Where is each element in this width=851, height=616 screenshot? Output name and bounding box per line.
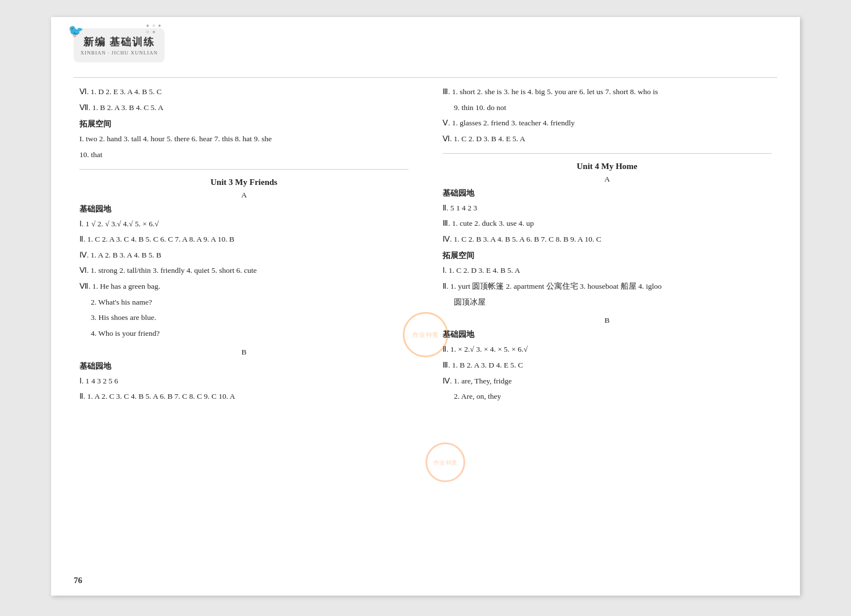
i-line1: I. two 2. hand 3. tall 4. hour 5. there …: [79, 132, 408, 146]
roman6-answer: Ⅵ. 1. D 2. E 3. A 4. B 5. C: [79, 85, 408, 99]
top-divider: [74, 77, 777, 78]
i-line2: 10. that: [79, 147, 408, 162]
iii-line: Ⅲ. 1. short 2. she is 3. he is 4. big 5.…: [443, 85, 772, 99]
jichu-label-unit3: 基础园地: [79, 204, 408, 214]
iv-unit4b: Ⅳ. 1. are, They, fridge: [443, 374, 772, 389]
header: 🐦 ✦ ✧ ✦✧ ✦ 新编 基础训练 XINBIAN · JICHU XUNLI…: [74, 28, 777, 67]
vii-unit3-1: Ⅶ. 1. He has a green bag.: [79, 279, 408, 294]
content-columns: Ⅵ. 1. D 2. E 3. A 4. B 5. C Ⅶ. 1. B 2. A…: [74, 85, 777, 405]
jichu-label-unit4b: 基础园地: [443, 330, 772, 340]
ii-tuozhan4-1: Ⅱ. 1. yurt 圆顶帐篷 2. apartment 公寓住宅 3. hou…: [443, 279, 772, 294]
unit3-b: B: [79, 348, 408, 357]
roman7-answer: Ⅶ. 1. B 2. A 3. B 4. C 5. A: [79, 100, 408, 115]
iii-line2: 9. thin 10. do not: [443, 100, 772, 115]
stars-decoration: ✦ ✧ ✦✧ ✦: [145, 23, 162, 35]
right-column: Ⅲ. 1. short 2. she is 3. he is 4. big 5.…: [437, 85, 777, 405]
v-line: Ⅴ. 1. glasses 2. friend 3. teacher 4. fr…: [443, 116, 772, 130]
tuozhan-label: 拓展空间: [79, 119, 408, 129]
stamp2: 作业 特奖: [426, 442, 465, 482]
unit4-b: B: [443, 316, 772, 325]
logo-icon: 🐦: [68, 24, 83, 39]
iii-unit4b: Ⅲ. 1. B 2. A 3. D 4. E 5. C: [443, 358, 772, 373]
i-unit3: Ⅰ. 1 √ 2. √ 3.√ 4.√ 5. × 6.√: [79, 217, 408, 231]
logo-title: 新编 基础训练: [83, 35, 155, 49]
tuozhan-label-unit4: 拓展空间: [443, 251, 772, 261]
vi-line: Ⅵ. 1. C 2. D 3. B 4. E 5. A: [443, 132, 772, 146]
i-b: Ⅰ. 1 4 3 2 5 6: [79, 374, 408, 389]
ii-b: Ⅱ. 1. A 2. C 3. C 4. B 5. A 6. B 7. C 8.…: [79, 389, 408, 404]
vi-unit3: Ⅵ. 1. strong 2. tall/thin 3. friendly 4.…: [79, 263, 408, 278]
divider1: [79, 169, 408, 170]
left-column: Ⅵ. 1. D 2. E 3. A 4. B 5. C Ⅶ. 1. B 2. A…: [74, 85, 414, 405]
page: 🐦 ✦ ✧ ✦✧ ✦ 新编 基础训练 XINBIAN · JICHU XUNLI…: [51, 17, 800, 596]
iv-unit4: Ⅳ. 1. C 2. B 3. A 4. B 5. A 6. B 7. C 8.…: [443, 232, 772, 247]
unit4-title: Unit 4 My Home: [443, 162, 772, 171]
jichu-label-unit4: 基础园地: [443, 188, 772, 199]
unit3-title: Unit 3 My Friends: [79, 178, 408, 187]
iv-unit3: Ⅳ. 1. A 2. B 3. A 4. B 5. B: [79, 248, 408, 263]
vii-unit3-2: 2. What's his name?: [79, 295, 408, 310]
jichu-label-b: 基础园地: [79, 361, 408, 372]
divider-right1: [443, 153, 772, 154]
ii-unit4: Ⅱ. 5 1 4 2 3: [443, 201, 772, 216]
ii-unit4b: Ⅱ. 1. × 2.√ 3. × 4. × 5. × 6.√: [443, 342, 772, 357]
logo-box: 🐦 ✦ ✧ ✦✧ ✦ 新编 基础训练 XINBIAN · JICHU XUNLI…: [74, 28, 165, 62]
page-number: 76: [74, 576, 82, 585]
iv-unit4b2: 2. Are, on, they: [443, 389, 772, 404]
iii-unit4: Ⅲ. 1. cute 2. duck 3. use 4. up: [443, 216, 772, 231]
unit3-a: A: [79, 191, 408, 200]
i-tuozhan4: Ⅰ. 1. C 2. D 3. E 4. B 5. A: [443, 263, 772, 278]
vii-unit3-3: 3. His shoes are blue.: [79, 310, 408, 325]
unit4-a: A: [443, 175, 772, 184]
ii-tuozhan4-2: 圆顶冰屋: [443, 295, 772, 310]
vii-unit3-4: 4. Who is your friend?: [79, 326, 408, 341]
ii-unit3: Ⅱ. 1. C 2. A 3. C 4. B 5. C 6. C 7. A 8.…: [79, 232, 408, 247]
logo-subtitle: XINBIAN · JICHU XUNLIAN: [81, 50, 158, 56]
